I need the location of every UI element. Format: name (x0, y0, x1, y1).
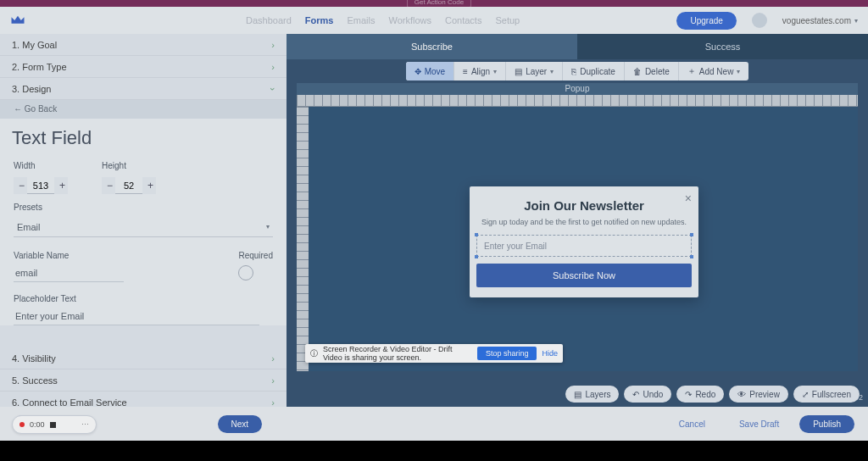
step-connect-email[interactable]: 6. Connect to Email Service› (0, 392, 287, 407)
height-label: Height (102, 161, 156, 170)
nav-forms[interactable]: Forms (305, 15, 334, 25)
avatar[interactable] (752, 13, 767, 28)
plus-icon: ＋ (687, 65, 696, 77)
step-form-type[interactable]: 2. Form Type› (0, 56, 287, 78)
next-button[interactable]: Next (218, 415, 263, 433)
placeholder-text-label: Placeholder Text (0, 294, 287, 303)
nav-setup[interactable]: Setup (495, 15, 520, 25)
trash-icon: 🗑 (633, 67, 642, 76)
height-input[interactable] (115, 177, 142, 194)
record-time: 0:00 (30, 420, 45, 429)
promo-banner: Get Action Code (0, 0, 868, 7)
editor-title: Popup (297, 83, 858, 95)
tool-move[interactable]: ✥Move (406, 62, 454, 81)
nav-dashboard[interactable]: Dashboard (246, 15, 292, 25)
layers-icon: ▤ (574, 390, 581, 399)
step-success[interactable]: 5. Success› (0, 369, 287, 392)
tool-align[interactable]: ≡Align▾ (454, 62, 506, 81)
share-text: Screen Recorder & Video Editor - Drift V… (323, 345, 472, 362)
cancel-button[interactable]: Cancel (665, 415, 719, 433)
undo-icon: ↶ (632, 390, 639, 399)
align-icon: ≡ (463, 67, 468, 76)
app-header: Dashboard Forms Emails Workflows Contact… (0, 7, 868, 34)
tab-success[interactable]: Success (577, 34, 868, 59)
more-icon[interactable]: ⋯ (81, 420, 89, 429)
presets-select[interactable]: Email▾ (14, 217, 273, 237)
upgrade-button[interactable]: Upgrade (676, 12, 736, 30)
height-increment-button[interactable]: + (142, 177, 156, 194)
screen-share-notice: ⓘ Screen Recorder & Video Editor - Drift… (305, 344, 563, 363)
save-draft-button[interactable]: Save Draft (726, 415, 793, 433)
eye-icon: 👁 (737, 390, 746, 399)
left-sidebar: 1. My Goal› 2. Form Type› 3. Design› Go … (0, 34, 287, 407)
nav-workflows[interactable]: Workflows (388, 15, 431, 25)
tab-subscribe[interactable]: Subscribe (287, 34, 577, 59)
editor-stage-wrapper: Popup × Join Our Newsletter Sign up toda… (297, 83, 858, 371)
width-label: Width (14, 161, 68, 170)
step-visibility[interactable]: 4. Visibility› (0, 347, 287, 369)
editor-stage[interactable]: × Join Our Newsletter Sign up today and … (309, 107, 858, 371)
editor-toolbar: ✥Move ≡Align▾ ▤Layer▾ ⎘Duplicate 🗑Delete… (287, 59, 868, 83)
go-back-link[interactable]: Go Back (0, 100, 287, 119)
design-panel: Go Back Text Field Width − + Height − (0, 100, 287, 325)
undo-button[interactable]: ↶Undo (624, 386, 671, 403)
domain-selector[interactable]: vogueestates.com▾ (782, 16, 858, 25)
popup-subscribe-button[interactable]: Subscribe Now (476, 264, 692, 287)
bottom-bar: Prev Next Cancel Save Draft Publish (0, 407, 868, 441)
panel-title: Text Field (12, 127, 275, 149)
width-decrement-button[interactable]: − (14, 177, 27, 194)
height-decrement-button[interactable]: − (102, 177, 115, 194)
width-input[interactable] (27, 177, 54, 194)
width-increment-button[interactable]: + (54, 177, 68, 194)
step-my-goal[interactable]: 1. My Goal› (0, 34, 287, 56)
tool-add-new[interactable]: ＋Add New▾ (679, 62, 749, 81)
variable-name-input[interactable] (14, 264, 124, 282)
presets-label: Presets (0, 203, 287, 212)
canvas-bottom-bar: ▤Layers ↶Undo ↷Redo 👁Preview ⤢Fullscreen (287, 381, 868, 407)
required-toggle[interactable] (238, 265, 253, 280)
info-icon: ⓘ (310, 348, 318, 359)
nav-emails[interactable]: Emails (347, 15, 375, 25)
top-nav: Dashboard Forms Emails Workflows Contact… (246, 15, 520, 25)
popup-email-field[interactable]: Enter your Email (476, 235, 692, 257)
duplicate-icon: ⎘ (571, 67, 576, 76)
nav-contacts[interactable]: Contacts (445, 15, 481, 25)
popup-title: Join Our Newsletter (470, 198, 698, 213)
crown-logo-icon (10, 14, 25, 26)
layers-button[interactable]: ▤Layers (565, 386, 619, 403)
required-label: Required (238, 251, 273, 260)
redo-button[interactable]: ↷Redo (676, 386, 724, 403)
step-design[interactable]: 3. Design› (0, 78, 287, 100)
variable-name-label: Variable Name (14, 251, 137, 260)
banner-cta[interactable]: Get Action Code (407, 0, 471, 8)
ruler-horizontal (297, 95, 858, 107)
height-stepper[interactable]: − + (102, 177, 156, 194)
popup-preview: × Join Our Newsletter Sign up today and … (470, 186, 698, 297)
publish-button[interactable]: Publish (799, 415, 854, 433)
fullscreen-button[interactable]: ⤢Fullscreen (793, 386, 860, 403)
tool-duplicate[interactable]: ⎘Duplicate (563, 62, 625, 81)
stop-sharing-button[interactable]: Stop sharing (477, 347, 537, 360)
expand-icon: ⤢ (802, 390, 809, 399)
popup-subtitle: Sign up today and be the first to get no… (470, 218, 698, 226)
close-icon[interactable]: × (685, 192, 692, 205)
hide-sharing-button[interactable]: Hide (542, 349, 558, 358)
record-icon (19, 422, 25, 427)
placeholder-text-input[interactable] (14, 307, 259, 325)
ruler-vertical (297, 107, 309, 371)
move-icon: ✥ (415, 67, 421, 76)
tool-delete[interactable]: 🗑Delete (625, 62, 679, 81)
layer-icon: ▤ (515, 67, 522, 76)
redo-icon: ↷ (685, 390, 692, 399)
stop-icon[interactable] (50, 422, 56, 428)
width-stepper[interactable]: − + (14, 177, 68, 194)
tool-layer[interactable]: ▤Layer▾ (506, 62, 563, 81)
recording-indicator[interactable]: 0:00 ⋯ (12, 415, 97, 434)
preview-button[interactable]: 👁Preview (729, 386, 788, 403)
